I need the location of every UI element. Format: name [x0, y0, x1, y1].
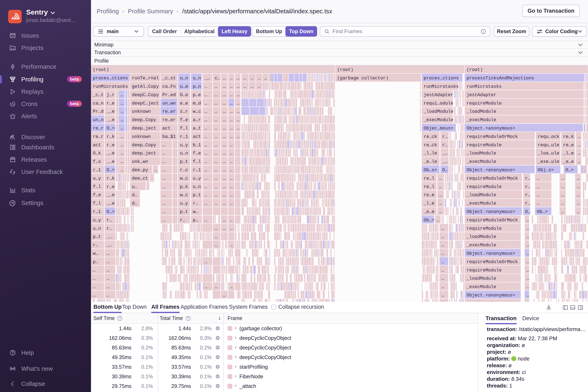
svg-text:requireModule: requireModule [467, 101, 502, 106]
svg-text:r…: r… [525, 192, 530, 198]
svg-text:re…l: re…l [424, 184, 434, 190]
svg-text:…: … [537, 201, 540, 206]
svg-text:_exe…ule: _exe…ule [538, 159, 559, 164]
svg-text:…: … [204, 192, 207, 198]
svg-text:…: … [204, 109, 207, 114]
svg-text:e…e: e…e [180, 101, 188, 106]
svg-text:…: … [204, 92, 207, 98]
svg-text:u…e: u…e [180, 84, 188, 89]
svg-text:re…k: re…k [563, 134, 574, 139]
svg-text:b…1: b…1 [193, 142, 201, 148]
svg-text:_l…e: _l…e [563, 151, 574, 156]
svg-text:_e…le: _e…le [423, 159, 437, 164]
svg-text:deep…ject: deep…ject [132, 126, 156, 131]
svg-text:deep…ject: deep…ject [132, 151, 156, 156]
svg-text:requ…ule: requ…ule [538, 142, 559, 148]
svg-text:u…n: u…n [193, 76, 201, 81]
svg-text:…: … [204, 126, 207, 131]
svg-text:f…l: f…l [193, 159, 201, 164]
svg-text:…: … [215, 192, 217, 198]
svg-text:requ…ock: requ…ock [538, 134, 559, 139]
svg-text:r…: r… [442, 142, 448, 148]
svg-text:…: … [215, 151, 217, 156]
svg-text:…: … [155, 168, 157, 173]
svg-text:…: … [121, 168, 123, 173]
svg-text:…: … [162, 168, 165, 173]
svg-text:…: … [230, 101, 233, 106]
svg-text:…: … [93, 268, 95, 273]
svg-text:f…l: f…l [93, 184, 101, 190]
svg-text:…: … [441, 251, 444, 256]
svg-text:u…y: u…y [93, 176, 101, 181]
svg-text:…: … [121, 101, 123, 106]
svg-text:p…e: p…e [193, 92, 201, 98]
svg-text:…: … [162, 176, 165, 181]
svg-text:…: … [223, 84, 226, 89]
svg-text:…: … [215, 101, 217, 106]
svg-text:Object.<anonymous>: Object.<anonymous> [467, 209, 515, 214]
svg-text:…: … [223, 159, 226, 164]
svg-text:r…: r… [180, 218, 185, 223]
svg-text:…: … [204, 168, 207, 173]
svg-text:u…y: u…y [180, 142, 188, 148]
svg-text:…: … [223, 192, 226, 198]
svg-text:a…t: a…t [193, 126, 201, 131]
svg-text:r…k: r…k [106, 134, 115, 139]
svg-text:proces…ctions: proces…ctions [93, 76, 128, 81]
svg-text:…: … [215, 126, 217, 131]
svg-text:dee…ct: dee…ct [132, 176, 148, 181]
svg-text:…: … [121, 134, 123, 139]
svg-text:u…n: u…n [193, 184, 201, 190]
svg-text:…: … [441, 243, 444, 248]
svg-text:…: … [93, 284, 95, 290]
svg-text:requireModuleOrMock: requireModuleOrMock [467, 134, 518, 139]
svg-text:…: … [204, 159, 207, 164]
svg-text:ca…Fn: ca…Fn [162, 84, 176, 89]
svg-text:_…: _… [106, 243, 112, 248]
svg-text:…: … [264, 76, 267, 81]
svg-text:Ob…>: Ob…> [424, 218, 434, 223]
svg-text:r…: r… [442, 134, 448, 139]
svg-text:_e…e: _e…e [423, 209, 434, 214]
svg-text:…: … [441, 234, 444, 239]
svg-text:_loadModule: _loadModule [466, 276, 496, 281]
svg-text:_execModule: _execModule [466, 118, 496, 122]
svg-text:_c…t: _c…t [93, 92, 104, 98]
svg-text:deepC…Copy: deepC…Copy [132, 92, 159, 98]
svg-text:Object.<anonymous>: Object.<anonymous> [467, 293, 515, 298]
svg-text:unk…wn: unk…wn [132, 159, 148, 164]
svg-text:proces…ctions: proces…ctions [424, 76, 459, 81]
svg-text:…: … [215, 226, 217, 231]
svg-text:re…er: re…er [162, 118, 176, 122]
svg-text:…: … [215, 234, 217, 239]
svg-text:d…: d… [132, 201, 137, 206]
svg-text:…: … [204, 176, 207, 181]
svg-text:_loadModule: _loadModule [466, 234, 496, 239]
svg-text:w…c: w…c [193, 109, 201, 114]
svg-text:r…e: r…e [106, 184, 115, 190]
svg-text:…: … [237, 101, 239, 106]
svg-text:…: … [106, 260, 109, 264]
svg-text:…: … [223, 126, 226, 131]
svg-text:O…>: O…> [106, 209, 115, 214]
svg-text:p…: p… [193, 218, 198, 223]
svg-text:_…e: _…e [106, 192, 115, 198]
svg-text:…: … [237, 76, 239, 81]
svg-text:Object.<anonymous>: Object.<anonymous> [467, 251, 515, 256]
svg-text:_…e: _…e [106, 109, 115, 114]
svg-text:…: … [230, 192, 233, 198]
svg-text:…: … [106, 276, 109, 281]
svg-text:…: … [230, 168, 233, 173]
svg-text:…: … [230, 84, 233, 89]
svg-text:re…e: re…e [424, 192, 434, 198]
svg-text:(garbage collector): (garbage collector) [337, 76, 388, 81]
svg-text:s…r: s…r [180, 109, 188, 114]
svg-text:_l…e: _l…e [423, 201, 434, 206]
svg-text:r…e: r…e [106, 142, 115, 148]
svg-text:…: … [537, 176, 540, 181]
svg-text:…: … [204, 151, 207, 156]
svg-text:…: … [237, 126, 239, 131]
svg-text:u…n: u…n [180, 151, 188, 156]
svg-text:…: … [439, 176, 442, 181]
svg-text:requireModule: requireModule [467, 226, 502, 231]
